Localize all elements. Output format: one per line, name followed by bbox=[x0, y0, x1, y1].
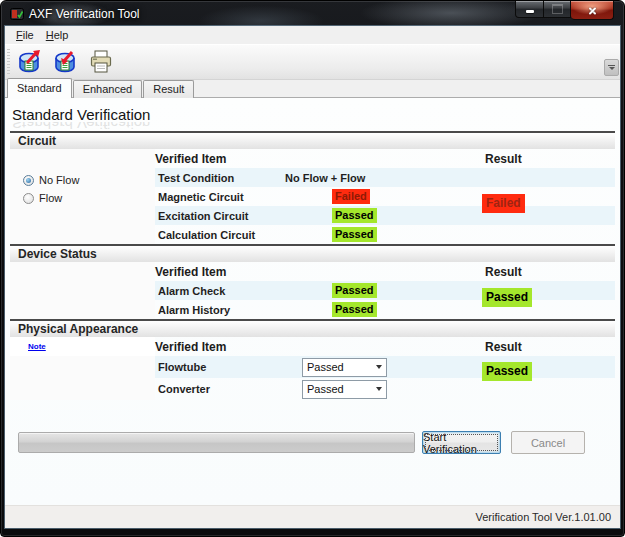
item-excitation-circuit: Excitation Circuit bbox=[155, 210, 285, 222]
print-icon bbox=[87, 48, 115, 76]
caption-buttons bbox=[515, 1, 614, 20]
client-area: File Help bbox=[5, 26, 620, 528]
titlebar[interactable]: AXF Verification Tool bbox=[1, 1, 624, 26]
toolbar-overflow-button[interactable] bbox=[604, 59, 619, 76]
table-row: Converter Passed bbox=[10, 378, 615, 400]
minimize-button[interactable] bbox=[515, 1, 544, 18]
table-header-row: Note Verified Item Result bbox=[10, 337, 615, 356]
left-spacer bbox=[10, 356, 155, 378]
page-title: Standard Verification bbox=[12, 106, 620, 123]
circuit-overall-result-badge: Failed bbox=[482, 194, 525, 213]
status-badge: Passed bbox=[332, 227, 377, 242]
status-badge: Passed bbox=[332, 302, 377, 317]
tab-standard[interactable]: Standard bbox=[7, 78, 72, 98]
section-header-physical-appearance: Physical Appearance bbox=[10, 319, 615, 337]
left-spacer bbox=[10, 281, 155, 300]
page-title-reflection: Standard Verification bbox=[12, 122, 620, 131]
left-spacer bbox=[10, 206, 155, 225]
item-converter: Converter bbox=[155, 383, 285, 395]
item-flowtube: Flowtube bbox=[155, 361, 285, 373]
left-spacer bbox=[10, 262, 155, 281]
table-row: Calculation Circuit Passed bbox=[10, 225, 615, 244]
column-header-result: Result bbox=[485, 152, 615, 166]
statusbar: Verification Tool Ver.1.01.00 bbox=[5, 505, 620, 528]
start-verification-button[interactable]: Start Verification bbox=[422, 431, 501, 454]
flowtube-select-value: Passed bbox=[303, 361, 344, 373]
tab-enhanced[interactable]: Enhanced bbox=[73, 80, 143, 98]
left-spacer bbox=[10, 149, 155, 168]
note-box: Note bbox=[10, 337, 155, 356]
verification-progress-bar bbox=[18, 432, 415, 453]
item-calculation-circuit: Calculation Circuit bbox=[155, 229, 285, 241]
left-spacer bbox=[10, 225, 155, 244]
table-header-row: Verified Item Result bbox=[10, 262, 615, 281]
table-row: Test Condition No Flow + Flow bbox=[10, 168, 615, 187]
left-spacer bbox=[10, 300, 155, 319]
app-icon bbox=[10, 7, 24, 21]
flowtube-select[interactable]: Passed bbox=[302, 358, 387, 377]
section-header-circuit: Circuit bbox=[10, 131, 615, 149]
radio-label: Flow bbox=[39, 192, 62, 204]
chevron-down-icon bbox=[609, 67, 615, 70]
footer-controls: Start Verification Cancel bbox=[18, 431, 585, 454]
standard-tab-page: Standard Verification Standard Verificat… bbox=[5, 98, 620, 505]
status-badge: Failed bbox=[332, 189, 370, 204]
item-test-condition: Test Condition bbox=[155, 172, 285, 184]
table-header-row: Verified Item Result bbox=[10, 149, 615, 168]
radio-icon bbox=[23, 175, 34, 186]
flow-radio-group: No Flow Flow bbox=[23, 171, 79, 207]
toolbar-overflow-icon bbox=[608, 65, 615, 66]
import-data-button[interactable] bbox=[49, 47, 81, 77]
maximize-icon bbox=[552, 4, 563, 14]
item-alarm-history: Alarm History bbox=[155, 304, 285, 316]
menu-help[interactable]: Help bbox=[40, 28, 75, 42]
radio-label: No Flow bbox=[39, 174, 79, 186]
radio-icon bbox=[23, 193, 34, 204]
window-title: AXF Verification Tool bbox=[29, 7, 140, 21]
import-data-icon bbox=[51, 48, 79, 76]
item-alarm-check: Alarm Check bbox=[155, 285, 285, 297]
converter-select[interactable]: Passed bbox=[302, 380, 387, 399]
column-header-verified-item: Verified Item bbox=[155, 152, 285, 166]
tab-result[interactable]: Result bbox=[143, 80, 194, 98]
converter-select-value: Passed bbox=[303, 383, 344, 395]
column-header-result: Result bbox=[485, 340, 615, 354]
minimize-icon bbox=[526, 10, 534, 13]
export-data-icon bbox=[15, 48, 43, 76]
physical-appearance-overall-result-badge: Passed bbox=[482, 362, 532, 381]
section-device-status: Verified Item Result Alarm Check Passed … bbox=[10, 262, 615, 319]
maximize-button[interactable] bbox=[544, 1, 571, 18]
tabstrip: Standard Enhanced Result bbox=[5, 80, 620, 98]
radio-no-flow[interactable]: No Flow bbox=[23, 171, 79, 189]
close-icon bbox=[587, 5, 598, 16]
note-link[interactable]: Note bbox=[28, 342, 46, 351]
toolbar bbox=[5, 44, 620, 80]
item-magnetic-circuit: Magnetic Circuit bbox=[155, 191, 285, 203]
section-circuit: Verified Item Result Test Condition No F… bbox=[10, 149, 615, 244]
print-button[interactable] bbox=[85, 47, 117, 77]
column-header-result: Result bbox=[485, 265, 615, 279]
test-condition-value: No Flow + Flow bbox=[285, 172, 485, 184]
menubar: File Help bbox=[5, 26, 620, 44]
column-header-verified-item: Verified Item bbox=[155, 265, 285, 279]
left-spacer bbox=[10, 378, 155, 400]
window-frame: AXF Verification Tool File Help bbox=[0, 0, 625, 537]
section-header-device-status: Device Status bbox=[10, 244, 615, 262]
menu-file[interactable]: File bbox=[10, 28, 40, 42]
export-data-button[interactable] bbox=[13, 47, 45, 77]
cancel-button[interactable]: Cancel bbox=[511, 431, 585, 454]
column-header-verified-item: Verified Item bbox=[155, 340, 285, 354]
status-badge: Passed bbox=[332, 283, 377, 298]
radio-flow[interactable]: Flow bbox=[23, 189, 79, 207]
device-status-overall-result-badge: Passed bbox=[482, 288, 532, 307]
status-badge: Passed bbox=[332, 208, 377, 223]
section-physical-appearance: Note Verified Item Result Flowtube Passe… bbox=[10, 337, 615, 400]
chevron-down-icon bbox=[371, 381, 386, 398]
chevron-down-icon bbox=[371, 359, 386, 376]
version-label: Verification Tool Ver.1.01.00 bbox=[475, 511, 611, 523]
close-button[interactable] bbox=[571, 1, 614, 20]
